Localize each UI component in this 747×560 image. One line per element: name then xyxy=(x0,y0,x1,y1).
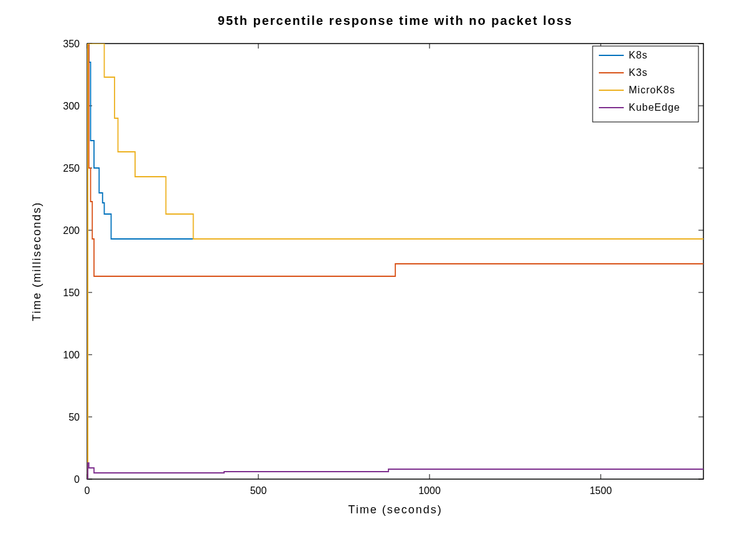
x-axis-label: Time (seconds) xyxy=(348,503,442,516)
chart-svg: 95th percentile response time with no pa… xyxy=(0,0,747,560)
chart-container: 95th percentile response time with no pa… xyxy=(0,0,747,560)
y-tick-label: 200 xyxy=(63,225,80,236)
chart-title: 95th percentile response time with no pa… xyxy=(218,14,573,27)
y-tick-label: 250 xyxy=(63,163,80,174)
legend-label: KubeEdge xyxy=(629,102,680,113)
y-tick-label: 350 xyxy=(63,39,80,49)
legend: K8sK3sMicroK8sKubeEdge xyxy=(593,46,698,122)
x-tick-label: 1500 xyxy=(590,485,612,496)
legend-label: K8s xyxy=(629,50,648,60)
y-tick-label: 50 xyxy=(68,412,80,422)
y-tick-label: 100 xyxy=(63,350,80,360)
y-tick-label: 300 xyxy=(63,101,80,111)
y-tick-label: 150 xyxy=(63,287,80,298)
y-tick-label: 0 xyxy=(74,474,80,485)
legend-label: MicroK8s xyxy=(629,85,675,95)
x-tick-label: 1000 xyxy=(418,485,441,496)
x-tick-label: 0 xyxy=(85,485,90,496)
legend-label: K3s xyxy=(629,67,648,78)
x-tick-label: 500 xyxy=(250,485,267,496)
series-line-kubeedge xyxy=(87,463,703,479)
y-axis-label: Time (milliseconds) xyxy=(31,202,43,321)
